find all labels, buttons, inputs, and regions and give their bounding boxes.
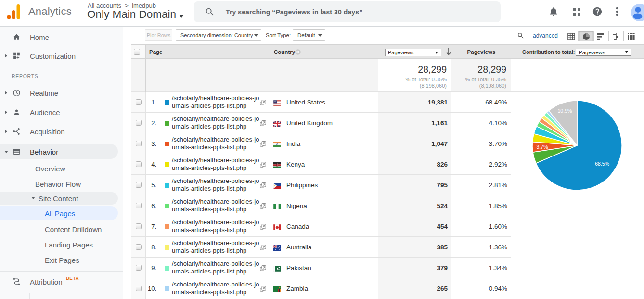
svg-text:68.5%: 68.5% [595, 161, 609, 167]
svg-text:3.7%: 3.7% [537, 144, 548, 150]
svg-text:10.9%: 10.9% [558, 108, 572, 114]
